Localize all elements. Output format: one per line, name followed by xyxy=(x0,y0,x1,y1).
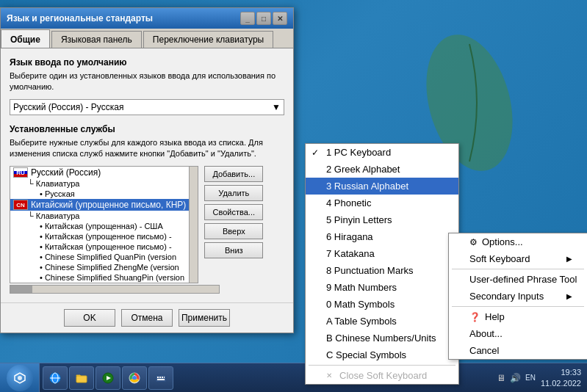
horizontal-scrollbar[interactable] xyxy=(10,285,220,294)
apply-button[interactable]: Применить xyxy=(179,309,230,327)
svg-rect-12 xyxy=(157,377,159,378)
menu-item-cancel[interactable]: Cancel xyxy=(449,342,587,359)
minimize-button[interactable]: _ xyxy=(240,12,255,25)
menu-item-math-numbers[interactable]: 9 Math Numbers xyxy=(306,279,458,296)
taskbar: 🖥 🔊 EN 19:33 11.02.2022 xyxy=(0,363,587,392)
dialog-bottom-buttons: OK Отмена Применить xyxy=(1,302,293,333)
svg-rect-15 xyxy=(164,377,165,378)
remove-button[interactable]: Удалить xyxy=(204,185,263,201)
lang-subsub: • Китайская (упрощенное письмо) - xyxy=(40,232,172,241)
default-language-desc: Выберите один из установленных языков вв… xyxy=(10,70,284,93)
default-language-dropdown[interactable]: Русский (Россия) - Русская ▼ xyxy=(10,99,284,115)
volume-tray-icon[interactable]: 🔊 xyxy=(510,372,522,384)
cancel-button[interactable]: Отмена xyxy=(121,309,173,327)
dialog-title: Язык и региональные стандарты xyxy=(7,13,239,23)
gear-icon: ⚙ xyxy=(469,237,478,247)
menu-item-math-symbols[interactable]: 0 Math Symbols xyxy=(306,296,458,313)
menu-separator-1 xyxy=(452,269,584,269)
taskbar-item-chrome[interactable] xyxy=(122,366,147,390)
menu-item-soft-keyboard[interactable]: Soft Keyboard ▶ xyxy=(449,250,587,267)
menu-item-phonetic[interactable]: 4 Phonetic xyxy=(306,195,458,211)
menu-item-table-symbols[interactable]: A Table Symbols xyxy=(306,313,458,330)
svg-rect-11 xyxy=(156,375,166,382)
clock-time: 19:33 xyxy=(541,367,581,377)
list-item[interactable]: • Русская xyxy=(10,189,189,199)
ok-button[interactable]: OK xyxy=(64,309,115,327)
taskbar-item-media[interactable] xyxy=(96,366,120,390)
menu-item-special-symbols[interactable]: C Special Symbols xyxy=(306,346,458,363)
default-language-label: Язык ввода по умолчанию xyxy=(10,57,284,68)
menu-item-secondary-inputs[interactable]: Secondary Inputs ▶ xyxy=(449,288,587,305)
taskbar-item-ie[interactable] xyxy=(43,366,68,390)
chrome-icon xyxy=(129,372,140,384)
list-buttons-row: RU Русский (Россия) └ Клавиатура • Русск… xyxy=(10,166,284,283)
dropdown-value: Русский (Россия) - Русская xyxy=(13,102,123,112)
list-item-selected[interactable]: CN Китайский (упрощенное письмо, КНР) xyxy=(10,199,189,211)
language-list-container: RU Русский (Россия) └ Клавиатура • Русск… xyxy=(10,166,198,283)
taskbar-item-keyboard[interactable] xyxy=(148,366,173,390)
svg-rect-13 xyxy=(159,377,161,378)
list-item[interactable]: └ Клавиатура xyxy=(10,211,189,221)
list-item[interactable]: • Китайская (упрощенная) - США xyxy=(10,221,189,231)
dialog-titlebar: Язык и региональные стандарты _ □ ✕ xyxy=(1,8,293,29)
system-tray: 🖥 🔊 EN xyxy=(495,372,536,384)
menu-item-katakana[interactable]: 7 Katakana xyxy=(306,245,458,262)
menu-item-user-defined[interactable]: User-defined Phrase Tool xyxy=(449,271,587,288)
tab-keyboard-switch[interactable]: Переключение клавиатуры xyxy=(143,31,273,48)
svg-rect-16 xyxy=(157,379,165,380)
menu-item-pinyin-letters[interactable]: 5 Pinyin Letters xyxy=(306,211,458,228)
menu-item-russian-alphabet[interactable]: 3 Russian Alphabet xyxy=(306,178,458,195)
taskbar-item-folder[interactable] xyxy=(69,366,94,390)
menu-item-pc-keyboard[interactable]: 1 PC Keyboard xyxy=(306,144,458,161)
dialog-main-content: Язык ввода по умолчанию Выберите один из… xyxy=(1,48,293,302)
list-item[interactable]: • Chinese Simplified ShuangPin (version xyxy=(10,272,189,283)
maximize-button[interactable]: □ xyxy=(256,12,271,25)
menu-item-hiragana[interactable]: 6 Hiragana xyxy=(306,228,458,245)
keyboard-icon xyxy=(155,372,167,384)
list-item[interactable]: RU Русский (Россия) xyxy=(10,167,189,178)
list-item[interactable]: • Китайская (упрощенное письмо) - xyxy=(10,231,189,242)
close-button[interactable]: ✕ xyxy=(273,12,287,25)
lang-sub: └ Клавиатура xyxy=(28,179,79,188)
language-list[interactable]: RU Русский (Россия) └ Клавиатура • Русск… xyxy=(10,167,189,283)
secondary-inputs-arrow-icon: ▶ xyxy=(566,292,572,300)
menu-item-greek-alphabet[interactable]: 2 Greek Alphabet xyxy=(306,161,458,178)
dropdown-arrow-icon: ▼ xyxy=(272,102,281,112)
down-button[interactable]: Вниз xyxy=(204,242,263,258)
lang-subsub: • Китайская (упрощенное письмо) - xyxy=(40,242,172,251)
menu-item-help[interactable]: ❓ Help xyxy=(449,308,587,325)
menu-item-wrapper-pc: ✓ 1 PC Keyboard xyxy=(306,144,458,161)
help-icon: ❓ xyxy=(469,312,480,322)
svg-rect-6 xyxy=(76,376,87,382)
language-settings-dialog: Язык и региональные стандарты _ □ ✕ Общи… xyxy=(0,7,294,333)
add-button[interactable]: Добавить... xyxy=(204,166,263,182)
up-button[interactable]: Вверх xyxy=(204,223,263,239)
keyboard-tray-icon[interactable]: EN xyxy=(525,372,536,384)
check-icon: ✓ xyxy=(311,148,319,158)
clock-date: 11.02.2022 xyxy=(541,378,581,388)
start-orb-icon xyxy=(7,365,33,391)
network-tray-icon[interactable]: 🖥 xyxy=(495,372,507,384)
menu-item-about[interactable]: About... xyxy=(449,325,587,342)
list-item[interactable]: • Китайская (упрощенное письмо) - xyxy=(10,242,189,252)
svg-point-2 xyxy=(18,376,22,380)
menu-separator xyxy=(309,365,455,366)
scrollbar[interactable] xyxy=(189,167,198,283)
start-button[interactable] xyxy=(0,363,40,393)
list-item[interactable]: • Chinese Simplified ZhengMe (version xyxy=(10,262,189,272)
tab-language-bar[interactable]: Языковая панель xyxy=(51,31,142,48)
installed-services-desc: Выберите нужные службы для каждого языка… xyxy=(10,137,284,160)
options-submenu: ⚙ Options... Soft Keyboard ▶ User-define… xyxy=(448,233,587,360)
folder-icon xyxy=(76,372,87,384)
lang-name-cn: Китайский (упрощенное письмо, КНР) xyxy=(31,200,186,210)
menu-item-chinese-numbers[interactable]: B Chinese Numbers/Units xyxy=(306,330,458,346)
properties-button[interactable]: Свойства... xyxy=(204,204,263,220)
menu-item-close-soft-keyboard[interactable]: ✕ Close Soft Keyboard xyxy=(306,367,458,384)
menu-item-options[interactable]: ⚙ Options... xyxy=(449,233,587,250)
menu-item-punctuation[interactable]: 8 Punctuation Marks xyxy=(306,262,458,279)
list-item[interactable]: └ Клавиатура xyxy=(10,178,189,189)
list-item[interactable]: • Chinese Simplified QuanPin (version xyxy=(10,252,189,262)
lang-subsub: • Chinese Simplified ZhengMe (version xyxy=(40,263,179,272)
tab-general[interactable]: Общие xyxy=(1,29,50,48)
side-buttons: Добавить... Удалить Свойства... Вверх Вн… xyxy=(204,166,263,283)
